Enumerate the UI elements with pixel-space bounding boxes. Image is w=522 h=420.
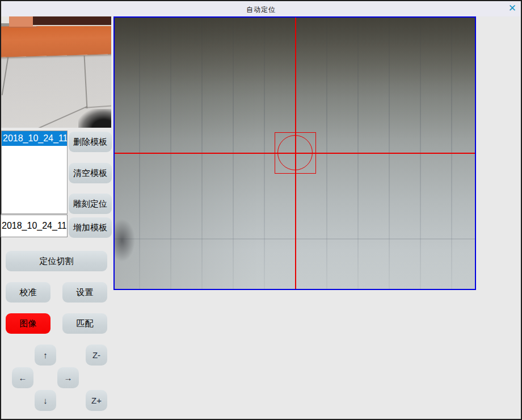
- jog-down-button[interactable]: ↓: [35, 390, 56, 411]
- clear-templates-button[interactable]: 清空模板: [69, 163, 112, 183]
- template-name-input[interactable]: [1, 215, 68, 237]
- preview-orange-beam: [1, 23, 111, 57]
- template-preview-image: [1, 16, 111, 128]
- preview-dark-object: [78, 109, 111, 128]
- jog-z-minus-button[interactable]: Z-: [86, 345, 107, 366]
- calibrate-button[interactable]: 校准: [6, 282, 50, 303]
- template-list-item-selected[interactable]: 2018_10_24_11: [2, 131, 67, 146]
- camera-view[interactable]: [113, 16, 476, 290]
- jog-right-button[interactable]: →: [57, 367, 79, 388]
- close-icon[interactable]: ✕: [508, 2, 516, 15]
- corner-shadow: [113, 219, 135, 262]
- jog-left-button[interactable]: ←: [12, 367, 33, 388]
- preview-tile-grout-line: [85, 105, 111, 108]
- delete-template-button[interactable]: 删除模板: [69, 132, 112, 152]
- jog-up-button[interactable]: ↑: [35, 345, 56, 366]
- target-circle-marker: [277, 135, 313, 170]
- preview-tile-grout-line: [2, 57, 9, 95]
- positioning-cut-button[interactable]: 定位切割: [6, 251, 107, 271]
- image-button-active[interactable]: 图像: [6, 313, 50, 334]
- jog-z-plus-button[interactable]: Z+: [86, 390, 107, 411]
- titlebar: 自动定位 ✕: [1, 1, 521, 16]
- add-template-button[interactable]: 增加模板: [69, 217, 112, 238]
- engrave-positioning-button[interactable]: 雕刻定位: [69, 194, 112, 214]
- preview-tile-grout-line: [84, 56, 88, 108]
- window-title: 自动定位: [1, 5, 521, 15]
- preview-dark-red-strip: [33, 16, 111, 26]
- match-button[interactable]: 匹配: [62, 313, 107, 334]
- template-list[interactable]: 2018_10_24_11: [1, 131, 68, 214]
- auto-positioning-window: 自动定位 ✕ 2018_10_24_11 删除模板 清空模板 雕刻定位 增加模板…: [0, 0, 522, 420]
- settings-button[interactable]: 设置: [62, 282, 107, 303]
